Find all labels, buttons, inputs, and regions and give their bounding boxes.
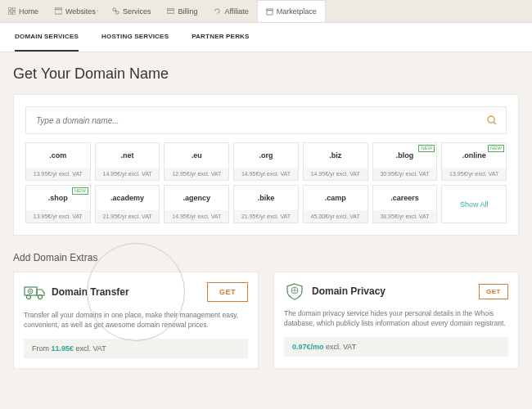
tld-ext: .camp	[304, 186, 367, 210]
tld-price: 13.95€/yr excl. VAT	[26, 168, 90, 180]
extra-domain-transfer: Domain Transfer GET Transfer all your do…	[13, 272, 259, 369]
tld-ext: .com	[26, 143, 90, 168]
svg-point-11	[488, 116, 494, 123]
svg-rect-4	[55, 8, 62, 14]
tld-cell[interactable]: .careers38.95€/yr excl. VAT	[372, 185, 438, 223]
tld-cell[interactable]: .camp45.00€/yr excl. VAT	[303, 185, 368, 223]
tld-ext: .net	[96, 143, 160, 168]
tld-price: 21.95€/yr excl. VAT	[234, 210, 298, 222]
tld-ext: .bike	[234, 186, 298, 210]
tld-ext: .agency	[165, 186, 228, 210]
new-badge: NEW	[418, 145, 435, 152]
nav-affiliate[interactable]: Affiliate	[205, 0, 256, 22]
search-icon	[486, 115, 498, 126]
domain-search-card: .com13.95€/yr excl. VAT.net14.95€/yr exc…	[13, 94, 519, 236]
truck-icon	[24, 283, 45, 301]
new-badge: NEW	[488, 145, 504, 152]
nav-label: Marketplace	[277, 7, 317, 16]
extra-left: Domain Transfer	[24, 283, 129, 301]
main-container: Get Your Domain Name .com13.95€/yr excl.…	[0, 52, 532, 382]
nav-label: Billing	[178, 7, 197, 16]
tld-cell[interactable]: .org14.95€/yr excl. VAT	[233, 142, 299, 181]
svg-line-12	[494, 122, 496, 124]
tld-price: 13.95€/yr excl. VAT	[26, 210, 90, 222]
nav-billing[interactable]: Billing	[159, 0, 205, 22]
svg-rect-2	[8, 11, 11, 15]
search-button[interactable]	[478, 107, 506, 133]
refresh-icon	[214, 7, 221, 15]
tld-price: 14.95€/yr excl. VAT	[96, 168, 160, 180]
tld-cell[interactable]: .agency14.95€/yr excl. VAT	[164, 185, 229, 223]
extra-head: Domain Transfer GET	[24, 282, 248, 302]
nav-marketplace[interactable]: Marketplace	[257, 0, 326, 22]
extras-heading: Add Domain Extras	[13, 252, 519, 263]
extra-price: 0.97€/mo excl. VAT	[284, 337, 508, 357]
show-all-button[interactable]: Show All	[441, 185, 507, 223]
tld-ext: .careers	[373, 186, 437, 210]
nav-label: Services	[123, 7, 151, 16]
nav-label: Affiliate	[224, 7, 248, 16]
tld-cell[interactable]: NEW.blog30.95€/yr excl. VAT	[372, 142, 438, 181]
tld-price: 14.95€/yr excl. VAT	[165, 210, 228, 222]
subnav-hosting-services[interactable]: HOSTING SERVICES	[101, 23, 169, 52]
search-row	[25, 106, 507, 134]
tld-cell[interactable]: .academy21.95€/yr excl. VAT	[95, 185, 160, 223]
get-privacy-button[interactable]: GET	[479, 284, 508, 299]
top-navigation: Home Websites Services Billing Affiliate…	[0, 0, 532, 23]
tld-price: 14.95€/yr excl. VAT	[304, 168, 367, 180]
tld-price: 14.95€/yr excl. VAT	[234, 168, 298, 180]
tld-cell[interactable]: .net14.95€/yr excl. VAT	[95, 142, 160, 181]
tld-ext: .org	[234, 143, 298, 168]
svg-rect-3	[12, 11, 16, 15]
extra-desc: Transfer all your domains in one place, …	[24, 310, 248, 330]
nav-label: Home	[19, 7, 38, 16]
new-badge: NEW	[72, 187, 88, 195]
extra-title: Domain Transfer	[52, 286, 129, 298]
tld-grid: .com13.95€/yr excl. VAT.net14.95€/yr exc…	[25, 142, 507, 223]
tld-ext: .eu	[165, 143, 228, 168]
extra-left: Domain Privacy	[284, 282, 385, 300]
get-transfer-button[interactable]: GET	[207, 282, 248, 302]
tld-price: 38.95€/yr excl. VAT	[373, 210, 437, 222]
window-icon	[55, 7, 62, 15]
tld-cell[interactable]: .biz14.95€/yr excl. VAT	[303, 142, 368, 181]
domain-search-input[interactable]	[26, 107, 478, 133]
svg-line-8	[115, 11, 116, 12]
svg-rect-0	[8, 7, 11, 11]
tld-price: 21.95€/yr excl. VAT	[96, 210, 160, 222]
extra-desc: The domain privacy service hides your pe…	[284, 308, 508, 329]
subnav-domain-services[interactable]: DOMAIN SERVICES	[15, 23, 79, 52]
grid-icon	[8, 7, 16, 15]
store-icon	[266, 8, 273, 16]
link-icon	[112, 7, 119, 15]
card-icon	[167, 7, 174, 15]
tld-price: 13.95€/yr excl. VAT	[442, 168, 506, 180]
tld-ext: .biz	[304, 143, 367, 168]
sub-navigation: DOMAIN SERVICES HOSTING SERVICES PARTNER…	[0, 23, 532, 52]
tld-price: 30.95€/yr excl. VAT	[373, 168, 437, 180]
svg-rect-1	[12, 7, 16, 11]
extras-row: Domain Transfer GET Transfer all your do…	[13, 272, 519, 369]
svg-rect-9	[167, 9, 174, 13]
nav-home[interactable]: Home	[0, 0, 47, 22]
tld-price: 45.00€/yr excl. VAT	[304, 210, 367, 222]
subnav-partner-perks[interactable]: PARTNER PERKS	[192, 23, 249, 52]
tld-cell[interactable]: .eu12.95€/yr excl. VAT	[164, 142, 229, 181]
nav-label: Websites	[65, 7, 96, 16]
tld-price: 12.95€/yr excl. VAT	[165, 168, 228, 180]
extra-domain-privacy: Domain Privacy GET The domain privacy se…	[273, 272, 519, 369]
nav-websites[interactable]: Websites	[47, 0, 104, 22]
tld-cell[interactable]: NEW.online13.95€/yr excl. VAT	[441, 142, 507, 181]
tld-ext: .academy	[96, 186, 160, 210]
nav-services[interactable]: Services	[104, 0, 160, 22]
extra-title: Domain Privacy	[312, 285, 385, 297]
extra-head: Domain Privacy GET	[284, 282, 508, 300]
shield-icon	[284, 282, 305, 300]
tld-cell[interactable]: .com13.95€/yr excl. VAT	[25, 142, 91, 181]
tld-cell[interactable]: NEW.shop13.95€/yr excl. VAT	[25, 185, 91, 223]
tld-cell[interactable]: .bike21.95€/yr excl. VAT	[233, 185, 299, 223]
page-title: Get Your Domain Name	[13, 65, 519, 83]
extra-price: From 11.95€ excl. VAT	[24, 339, 248, 358]
